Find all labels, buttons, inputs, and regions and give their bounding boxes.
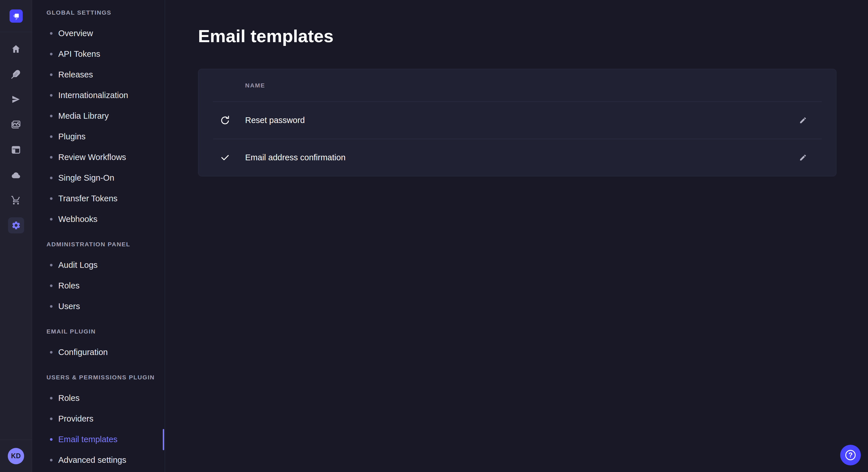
column-header-name: NAME [245,82,265,89]
sidebar-item-label: API Tokens [58,49,100,59]
cloud-icon[interactable] [0,162,32,188]
bullet-dot [50,438,53,441]
bullet-dot [50,351,53,353]
layout-icon[interactable] [0,137,32,162]
rail-icon-list [0,36,32,238]
sidebar-item-media-library[interactable]: Media Library [32,105,165,126]
sidebar-item-admin-roles[interactable]: Roles [32,275,165,296]
bullet-dot [50,115,53,117]
sidebar-item-label: Webhooks [58,214,98,224]
bullet-dot [50,32,53,35]
sidebar-item-email-templates[interactable]: Email templates [32,429,165,450]
cart-icon[interactable] [0,188,32,213]
bullet-dot [50,197,53,200]
settings-subnav: GLOBAL SETTINGS Overview API Tokens Rele… [32,0,165,472]
active-indicator [163,429,164,450]
table-header-row: NAME [198,69,836,102]
bullet-dot [50,264,53,266]
strapi-logo[interactable] [9,9,23,23]
bullet-dot [50,417,53,420]
sidebar-item-label: Media Library [58,111,109,121]
sidebar-item-label: Review Workflows [58,153,126,162]
template-name: Email address confirmation [245,153,346,162]
sidebar-item-label: Providers [58,414,94,424]
bullet-dot [50,135,53,138]
refresh-icon [220,115,230,126]
feather-icon[interactable] [0,61,32,87]
section-administration-panel: ADMINISTRATION PANEL Audit Logs Roles Us… [32,234,165,316]
question-mark-icon: ? [845,450,856,460]
section-users-permissions-plugin: USERS & PERMISSIONS PLUGIN Roles Provide… [32,367,165,470]
table-row-reset-password[interactable]: Reset password [198,102,836,139]
table-row-email-address-confirmation[interactable]: Email address confirmation [198,139,836,176]
sidebar-item-label: Releases [58,70,93,79]
sidebar-item-releases[interactable]: Releases [32,64,165,85]
bullet-dot [50,284,53,287]
sidebar-item-audit-logs[interactable]: Audit Logs [32,255,165,275]
sidebar-item-single-sign-on[interactable]: Single Sign-On [32,167,165,188]
sidebar-item-up-roles[interactable]: Roles [32,388,165,408]
bullet-dot [50,156,53,159]
sidebar-item-api-tokens[interactable]: API Tokens [32,43,165,64]
gear-icon-slot [0,213,32,238]
sidebar-item-review-workflows[interactable]: Review Workflows [32,147,165,167]
sidebar-item-label: Transfer Tokens [58,194,117,203]
sidebar-item-label: Users [58,302,80,311]
sidebar-item-label: Roles [58,281,80,291]
sidebar-item-advanced-settings[interactable]: Advanced settings [32,450,165,470]
bullet-dot [50,459,53,461]
email-templates-table: NAME Reset password Email address confir… [198,69,836,176]
bullet-dot [50,94,53,97]
section-title: EMAIL PLUGIN [32,321,165,342]
main-content: Email templates NAME Reset password [165,0,868,472]
sidebar-item-label: Configuration [58,347,108,357]
sidebar-item-label: Internationalization [58,91,128,100]
images-icon[interactable] [0,112,32,137]
sidebar-item-plugins[interactable]: Plugins [32,126,165,147]
sidebar-item-configuration[interactable]: Configuration [32,342,165,363]
bullet-dot [50,53,53,55]
bullet-dot [50,305,53,308]
edit-reset-password-button[interactable] [796,113,810,127]
section-title: USERS & PERMISSIONS PLUGIN [32,367,165,388]
sidebar-item-label: Single Sign-On [58,173,114,183]
sidebar-item-label: Plugins [58,132,86,141]
sidebar-item-label: Overview [58,29,93,38]
bullet-dot [50,218,53,221]
sidebar-item-transfer-tokens[interactable]: Transfer Tokens [32,188,165,209]
section-email-plugin: EMAIL PLUGIN Configuration [32,321,165,363]
sidebar-item-label: Email templates [58,435,117,444]
sidebar-item-admin-users[interactable]: Users [32,296,165,316]
home-icon[interactable] [0,36,32,61]
sidebar-item-providers[interactable]: Providers [32,408,165,429]
rail-footer: KD [0,440,32,472]
main-nav-rail: KD [0,0,32,472]
gear-icon[interactable] [8,217,24,233]
check-icon [220,152,230,163]
edit-email-confirmation-button[interactable] [796,151,810,165]
sidebar-item-internationalization[interactable]: Internationalization [32,85,165,105]
section-global-settings: GLOBAL SETTINGS Overview API Tokens Rele… [32,2,165,229]
sidebar-item-label: Advanced settings [58,456,126,465]
template-name: Reset password [245,115,305,125]
logo-box [0,0,32,32]
section-title: ADMINISTRATION PANEL [32,234,165,255]
sidebar-item-label: Audit Logs [58,260,98,270]
bullet-dot [50,397,53,400]
page-title: Email templates [198,25,836,47]
avatar[interactable]: KD [8,448,24,464]
sidebar-item-overview[interactable]: Overview [32,23,165,43]
paper-plane-icon[interactable] [0,87,32,112]
sidebar-item-label: Roles [58,394,80,403]
help-button[interactable]: ? [840,445,861,465]
bullet-dot [50,73,53,76]
bullet-dot [50,177,53,179]
sidebar-item-webhooks[interactable]: Webhooks [32,209,165,229]
section-title: GLOBAL SETTINGS [32,2,165,23]
